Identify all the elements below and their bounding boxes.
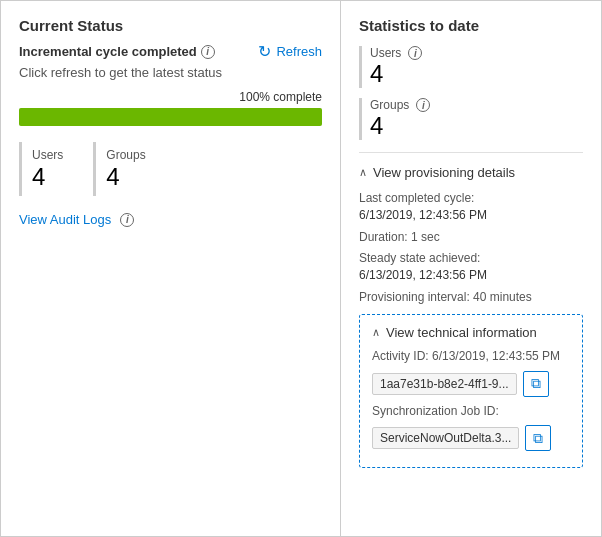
groups-stat-box: Groups 4 — [93, 142, 159, 196]
steady-state-value: 6/13/2019, 12:43:56 PM — [359, 268, 487, 282]
right-groups-value: 4 — [370, 112, 430, 140]
users-value: 4 — [32, 164, 63, 190]
refresh-button[interactable]: ↻ Refresh — [258, 42, 322, 61]
view-audit-logs-link[interactable]: View Audit Logs — [19, 212, 111, 227]
duration-item: Duration: 1 sec — [359, 229, 583, 246]
copy-icon: ⧉ — [531, 375, 541, 392]
click-refresh-text: Click refresh to get the latest status — [19, 65, 322, 80]
right-users-stat: Users i 4 — [359, 46, 583, 88]
steady-state-label: Steady state achieved: — [359, 251, 480, 265]
activity-id-copy-button[interactable]: ⧉ — [523, 371, 549, 397]
progress-bar-fill — [19, 108, 322, 126]
interval-item: Provisioning interval: 40 minutes — [359, 289, 583, 306]
sync-job-label: Synchronization Job ID: — [372, 403, 570, 420]
cycle-label: Incremental cycle completed — [19, 44, 197, 59]
progress-label: 100% complete — [19, 90, 322, 104]
sync-job-copy-button[interactable]: ⧉ — [525, 425, 551, 451]
right-users-label: Users i — [370, 46, 422, 60]
right-groups-info-icon: i — [416, 98, 430, 112]
audit-info-icon: i — [120, 213, 134, 227]
refresh-label: Refresh — [276, 44, 322, 59]
right-groups-label: Groups i — [370, 98, 430, 112]
last-completed-value: 6/13/2019, 12:43:56 PM — [359, 208, 487, 222]
left-panel: Current Status Incremental cycle complet… — [1, 1, 341, 536]
view-provisioning-label: View provisioning details — [373, 165, 515, 180]
last-completed-label: Last completed cycle: — [359, 191, 474, 205]
activity-id-label: Activity ID: 6/13/2019, 12:43:55 PM — [372, 348, 570, 365]
divider-1 — [359, 152, 583, 153]
groups-label: Groups — [106, 148, 145, 162]
right-users-value: 4 — [370, 60, 422, 88]
users-label: Users — [32, 148, 63, 162]
activity-id-field: 1aa7e31b-b8e2-4ff1-9... — [372, 373, 517, 395]
groups-value: 4 — [106, 164, 145, 190]
progress-bar-bg — [19, 108, 322, 126]
provisioning-details: Last completed cycle: 6/13/2019, 12:43:5… — [359, 190, 583, 306]
last-completed-item: Last completed cycle: 6/13/2019, 12:43:5… — [359, 190, 583, 224]
refresh-icon: ↻ — [258, 42, 271, 61]
cycle-info-icon: i — [201, 45, 215, 59]
technical-section: ∧ View technical information Activity ID… — [359, 314, 583, 469]
current-status-title: Current Status — [19, 17, 322, 34]
statistics-title: Statistics to date — [359, 17, 583, 34]
view-provisioning-toggle[interactable]: ∧ View provisioning details — [359, 165, 583, 180]
technical-chevron-icon: ∧ — [372, 326, 380, 339]
stats-row: Users 4 Groups 4 — [19, 142, 322, 196]
users-stat-box: Users 4 — [19, 142, 77, 196]
view-audit-row: View Audit Logs i — [19, 212, 322, 227]
view-technical-toggle[interactable]: ∧ View technical information — [372, 325, 570, 340]
provisioning-chevron-icon: ∧ — [359, 166, 367, 179]
sync-job-field: ServiceNowOutDelta.3... — [372, 427, 519, 449]
right-users-info-icon: i — [408, 46, 422, 60]
cycle-label-group: Incremental cycle completed i — [19, 44, 215, 59]
right-panel: Statistics to date Users i 4 Groups i 4 — [341, 1, 601, 536]
steady-state-item: Steady state achieved: 6/13/2019, 12:43:… — [359, 250, 583, 284]
sync-job-copy-row: ServiceNowOutDelta.3... ⧉ — [372, 425, 570, 451]
right-users-bar: Users i 4 — [359, 46, 422, 88]
cycle-status-row: Incremental cycle completed i ↻ Refresh — [19, 42, 322, 61]
right-groups-stat: Groups i 4 — [359, 98, 583, 140]
activity-id-copy-row: 1aa7e31b-b8e2-4ff1-9... ⧉ — [372, 371, 570, 397]
copy-icon-2: ⧉ — [533, 430, 543, 447]
right-groups-bar: Groups i 4 — [359, 98, 430, 140]
view-technical-label: View technical information — [386, 325, 537, 340]
